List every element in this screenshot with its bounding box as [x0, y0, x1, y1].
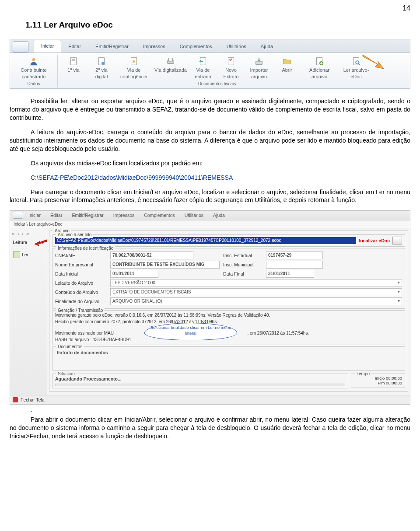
tab-impressos[interactable]: Impressos — [136, 41, 173, 52]
tab-emitir[interactable]: Emitir/Registrar — [88, 41, 136, 52]
lbl-insc-mun: Insc. Municipal — [223, 262, 262, 268]
btn-contribuinte-cadastrado[interactable]: Contribuinte cadastrado — [13, 56, 55, 80]
btn-label: Via digitalizada — [154, 67, 187, 73]
field-nome[interactable]: CONTRIBUINTE DE TESTE-EXCLUÍDOS MIG — [110, 261, 220, 269]
tab-ajuda[interactable]: Ajuda — [254, 41, 280, 52]
btn-novo-extrato[interactable]: Novo Extrato — [218, 56, 244, 80]
menu-iniciar[interactable]: Iniciar — [28, 212, 41, 218]
file-path-field[interactable]: C:\SEFAZ-PE\eDoc\dados\MidiaeDoc\0197457… — [55, 237, 356, 244]
ger-line3b: , em 26/07/2012 às 11:57:54hs. — [248, 331, 309, 335]
menu-editar[interactable]: Editar — [50, 212, 62, 218]
person-icon — [28, 56, 39, 66]
lbl-leiaute: Leiaute do Arquivo — [55, 280, 107, 286]
tempo-fim: Fim 00:00:00 — [354, 381, 402, 385]
field-cnpj[interactable]: 70.062.708/0001-52 — [110, 252, 193, 259]
callout-bubble: Selecionar finalidade clicar em Ler no m… — [144, 323, 237, 340]
menu-emitir[interactable]: Emitir/Registrar — [72, 212, 103, 218]
paragraph-1: Possibilita ler, alterar ou exportar arq… — [10, 97, 410, 122]
field-leiaute[interactable]: LFPD VERSÃO 2.000 — [110, 279, 402, 287]
menu-ajuda[interactable]: Ajuda — [213, 212, 225, 218]
field-data-final[interactable]: 31/01/2011 — [266, 270, 314, 278]
btn-abrir[interactable]: Abrir — [274, 56, 300, 80]
fieldset-aserlido: Arquivo a ser lido C:\SEFAZ-PE\eDoc\dado… — [52, 234, 405, 247]
lbl-cnpj: CNPJ/MF — [55, 252, 107, 259]
close-icon[interactable] — [13, 397, 18, 402]
legend-aserlido: Arquivo a ser lido — [56, 232, 93, 238]
menu-bar: Iniciar Editar Emitir/Registrar Impresso… — [10, 211, 410, 220]
footer-bar: Fechar Tela — [10, 395, 410, 404]
btn-label: Abrir — [282, 67, 292, 73]
legend-documentos: Documentos — [56, 344, 84, 350]
nav-next-icon[interactable]: › — [22, 230, 24, 237]
sidebar-leitura: « ‹ › » Leitura ✶ Ler — [10, 228, 47, 395]
sidebar-ler-label: Ler — [22, 252, 28, 258]
nav-first-icon[interactable]: « — [12, 230, 15, 237]
main-panel: Arquivo Arquivo a ser lido C:\SEFAZ-PE\e… — [47, 228, 410, 395]
fieldset-situacao: Situação Aguardando Processamento... — [52, 374, 348, 388]
svg-rect-11 — [256, 61, 262, 64]
btn-label: Importar arquivo — [247, 67, 271, 80]
file-search-icon — [350, 56, 362, 66]
paragraph-3: Os arquivos das mídias-eDoc ficam locali… — [10, 159, 410, 168]
field-insc-est[interactable]: 0197457-29 — [266, 252, 323, 259]
btn-label: 1ª via — [67, 67, 79, 73]
dot-line: . — [10, 405, 410, 414]
red-arrow-annotation — [35, 239, 48, 247]
lbl-finalidade: Finalidade do Arquivo — [55, 298, 107, 304]
legend-geracao: Geração / Transmissão — [56, 307, 105, 314]
lbl-nome: Nome Empresarial — [55, 262, 107, 268]
folder-open-icon — [281, 56, 293, 66]
ger-line2: Recibo gerado com número 2072, protocolo… — [55, 319, 402, 325]
file-add-icon — [314, 56, 325, 66]
tab-utilitarios[interactable]: Utilitários — [220, 41, 254, 52]
page-number: 14 — [0, 0, 420, 13]
btn-via-entrada[interactable]: Via de entrada — [190, 56, 216, 80]
ribbon-tabs: Iniciar Editar Emitir/Registrar Impresso… — [10, 39, 410, 53]
btn-2via-digital[interactable]: 2ª via digital — [88, 56, 115, 80]
tab-complementos[interactable]: Complementos — [173, 41, 220, 52]
field-insc-mun[interactable] — [266, 261, 323, 269]
btn-via-contingencia[interactable]: Via de contingência — [116, 56, 151, 80]
breadcrumb: Iniciar \ Ler arquivo-eDoc — [10, 220, 410, 229]
menu-impressos[interactable]: Impressos — [113, 212, 134, 218]
field-conteudo[interactable]: EXTRATO DE DOCUMENTOS FISCAIS — [110, 288, 402, 296]
btn-label: Contribuinte cadastrado — [14, 67, 54, 80]
field-data-inicial[interactable]: 01/01/2011 — [110, 270, 158, 278]
nav-prev-icon[interactable]: ‹ — [18, 230, 19, 237]
progress-bar — [55, 384, 345, 386]
fieldset-info: Informações de identificação CNPJ/MF 70.… — [52, 248, 405, 309]
lbl-insc-est: Insc. Estadual — [223, 252, 262, 259]
btn-importar-arquivo[interactable]: Importar arquivo — [246, 56, 272, 80]
paragraph-5: Para abrir o documento clicar em Iniciar… — [10, 416, 410, 440]
tab-iniciar[interactable]: Iniciar — [34, 40, 61, 52]
btn-via-digitalizada[interactable]: Via digitalizada — [153, 56, 188, 80]
nav-last-icon[interactable]: » — [26, 230, 29, 237]
document-digital-icon — [96, 56, 107, 66]
app-orb-small[interactable] — [13, 212, 23, 219]
btn-adicionar-arquivo[interactable]: Adicionar arquivo — [302, 56, 337, 80]
svg-point-0 — [32, 58, 35, 61]
group-dados-label: Dados — [13, 81, 55, 87]
btn-1via[interactable]: 1ª via — [60, 56, 87, 80]
tab-editar[interactable]: Editar — [61, 41, 88, 52]
menu-utilitarios[interactable]: Utilitários — [185, 212, 203, 218]
fechar-tela-button[interactable]: Fechar Tela — [21, 397, 45, 403]
menu-complementos[interactable]: Complementos — [144, 212, 175, 218]
field-finalidade[interactable]: ARQUIVO ORIGINAL (O) — [110, 297, 402, 305]
fieldset-geracao: Geração / Transmissão Movimento gerado p… — [52, 310, 405, 345]
browse-button[interactable] — [392, 237, 402, 245]
lbl-conteudo: Conteúdo do Arquivo — [55, 289, 107, 295]
fieldset-tempo: Tempo Início 00:00:00 Fim 00:00:00 — [351, 374, 405, 388]
fieldset-documentos: Documentos Extrato de documentos — [52, 346, 405, 371]
lbl-data-final: Data Final — [223, 271, 262, 277]
document-in-icon — [197, 56, 209, 66]
sidebar-nav-arrows[interactable]: « ‹ › » — [12, 230, 45, 237]
app-orb-button[interactable] — [13, 41, 28, 52]
legend-tempo: Tempo — [355, 371, 371, 377]
ler-icon — [13, 251, 20, 258]
documentos-text: Extrato de documentos — [55, 349, 402, 356]
sidebar-ler-button[interactable]: Ler — [12, 250, 45, 259]
paragraph-4: Para carregar o documento clicar em Inic… — [10, 188, 410, 205]
btn-label: Via de entrada — [191, 67, 215, 80]
legend-info: Informações de identificação — [56, 245, 115, 252]
